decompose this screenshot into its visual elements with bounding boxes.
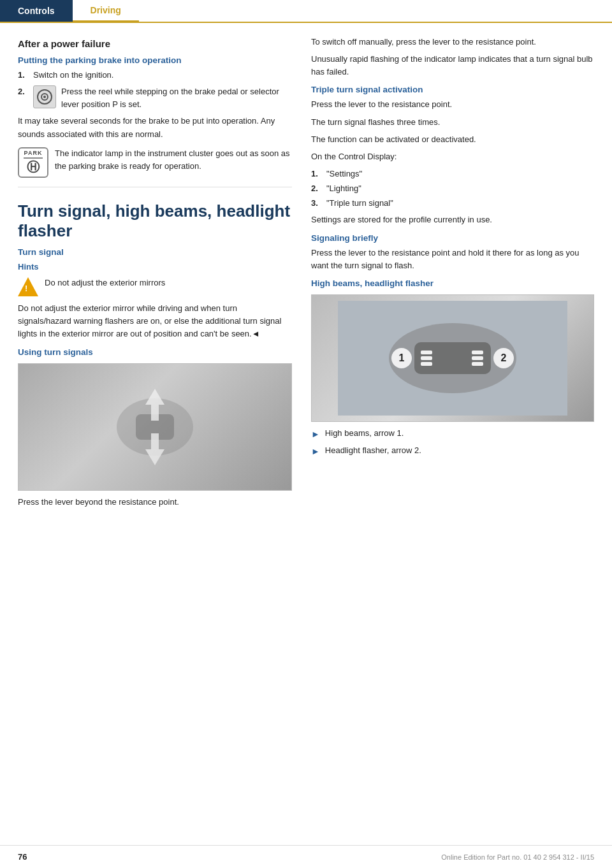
- triple-para2: The turn signal flashes three times.: [311, 116, 594, 129]
- triple-turn-signal-title: Triple turn signal activation: [311, 85, 594, 94]
- header: Controls Driving: [0, 0, 612, 23]
- reel-icon: [33, 85, 56, 108]
- svg-text:2: 2: [501, 352, 507, 363]
- tab-driving[interactable]: Driving: [73, 0, 139, 22]
- svg-rect-14: [421, 351, 432, 354]
- svg-rect-16: [421, 362, 432, 366]
- page-number: 76: [18, 852, 27, 862]
- main-content: After a power failure Putting the parkin…: [0, 23, 612, 526]
- headlight-image: 1 2: [311, 294, 594, 422]
- triple-para4: On the Control Display:: [311, 150, 594, 163]
- hints-title: Hints: [18, 262, 292, 271]
- hint1-text: Do not adjust the exterior mirrors: [45, 277, 165, 289]
- signaling-briefly-title: Signaling briefly: [311, 233, 594, 243]
- footer: 76 Online Edition for Part no. 01 40 2 9…: [0, 845, 612, 868]
- turn-signal-subtitle: Turn signal: [18, 247, 292, 257]
- arrow-bullet-2: ► Headlight flasher, arrow 2.: [311, 444, 594, 459]
- tab-controls[interactable]: Controls: [0, 0, 73, 22]
- turn-signal-image: [18, 363, 292, 491]
- svg-rect-15: [421, 356, 432, 360]
- img-caption: Press the lever beyond the resistance po…: [18, 496, 292, 509]
- triple-step-2: 2. "Lighting": [311, 182, 594, 195]
- park-icon: PARK Ⓗ: [18, 147, 48, 178]
- rapid-flash-para: Unusually rapid flashing of the indicato…: [311, 53, 594, 78]
- park-note-box: PARK Ⓗ The indicator lamp in the instrum…: [18, 147, 292, 178]
- steps-list: 1. Switch on the ignition. 2. Press the …: [18, 69, 292, 111]
- warning-icon: !: [18, 277, 38, 297]
- divider1: [18, 187, 292, 187]
- right-column: To switch off manually, press the lever …: [311, 36, 594, 513]
- svg-marker-7: [145, 449, 164, 465]
- triple-para5: Settings are stored for the profile curr…: [311, 213, 594, 226]
- warning-box: ! Do not adjust the exterior mirrors: [18, 277, 292, 297]
- left-column: After a power failure Putting the parkin…: [18, 36, 292, 513]
- triple-step-3: 3. "Triple turn signal": [311, 197, 594, 210]
- signaling-para: Press the lever to the resistance point …: [311, 247, 594, 272]
- svg-point-2: [43, 96, 46, 98]
- triple-steps-list: 1. "Settings" 2. "Lighting" 3. "Triple t…: [311, 168, 594, 210]
- step-2: 2. Press the reel while stepping on the …: [18, 85, 292, 111]
- after-power-failure-title: After a power failure: [18, 38, 292, 49]
- arrow2-text: Headlight flasher, arrow 2.: [325, 444, 421, 457]
- putting-parking-brake-title: Putting the parking brake into operation: [18, 55, 292, 65]
- svg-rect-17: [472, 351, 483, 354]
- step-1: 1. Switch on the ignition.: [18, 69, 292, 82]
- arrow-bullet-1: ► High beams, arrow 1.: [311, 427, 594, 442]
- hint2-text: Do not adjust the exterior mirror while …: [18, 302, 292, 340]
- svg-text:1: 1: [399, 352, 405, 363]
- triple-step-1: 1. "Settings": [311, 168, 594, 180]
- arrow-icon-2: ►: [311, 445, 320, 459]
- triple-para3: The function can be activated or deactiv…: [311, 133, 594, 146]
- arrow1-text: High beams, arrow 1.: [325, 427, 404, 440]
- using-turn-signals-title: Using turn signals: [18, 347, 292, 357]
- brake-para: It may take several seconds for the brak…: [18, 115, 292, 140]
- highbeam-title: High beams, headlight flasher: [311, 278, 594, 288]
- triple-para1: Press the lever to the resistance point.: [311, 98, 594, 111]
- svg-rect-6: [151, 405, 159, 421]
- svg-rect-8: [151, 433, 159, 449]
- svg-rect-19: [472, 362, 483, 366]
- svg-marker-5: [145, 389, 164, 405]
- footer-info: Online Edition for Part no. 01 40 2 954 …: [441, 853, 594, 861]
- park-note-text: The indicator lamp in the instrument clu…: [55, 147, 292, 173]
- svg-rect-18: [472, 356, 483, 360]
- arrow-icon-1: ►: [311, 428, 320, 442]
- switch-off-para: To switch off manually, press the lever …: [311, 36, 594, 48]
- turn-signal-big-title: Turn signal, high beams, headlight flash…: [18, 201, 292, 241]
